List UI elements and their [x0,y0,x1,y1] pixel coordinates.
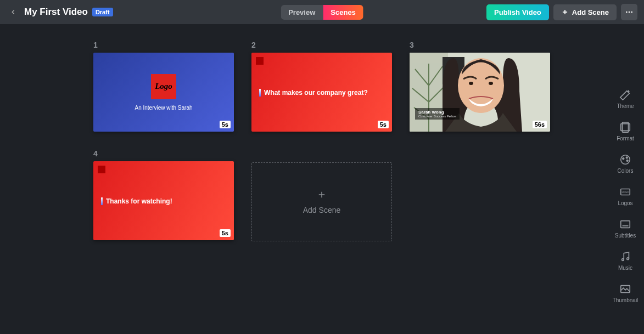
duration-badge: 5s [378,121,389,128]
sidebar-item-subtitles[interactable]: Subtitles [615,218,636,239]
back-button[interactable] [7,5,20,19]
sidebar-label: Logos [618,200,632,206]
svg-point-23 [626,157,628,158]
logo-box: Logo [151,74,176,99]
scene-number: 3 [410,41,550,49]
logo-mark [256,57,264,65]
svg-rect-27 [621,221,630,228]
sidebar-label: Subtitles [615,233,636,239]
person-thumbnail [410,53,550,132]
scenes-canvas: 1 Logo An Interview with Sarah 5s 2 What… [0,24,607,334]
duration-badge: 56s [533,121,547,128]
scene-card-3[interactable]: Sarah Wong Customer Success Fellow 56s [410,53,550,132]
tab-scenes[interactable]: Scenes [323,5,363,20]
format-icon [619,121,631,133]
svg-point-3 [629,12,630,13]
wand-icon [619,89,631,101]
accent-bar [101,197,103,205]
svg-point-22 [623,158,624,160]
scene-card-1[interactable]: Logo An Interview with Sarah 5s [93,53,234,132]
svg-point-4 [631,12,632,13]
tab-preview[interactable]: Preview [281,5,323,20]
scene-card-2[interactable]: What makes our company great? 5s [251,53,392,132]
add-scene-label: Add Scene [572,8,609,16]
logo-mark [98,166,105,173]
view-tabs: Preview Scenes [281,5,363,20]
person-name: Sarah Wong [418,110,456,115]
plus-icon [561,8,569,16]
top-bar: My First Video Draft Preview Scenes Publ… [0,0,644,24]
scene-cell: 3 [410,41,550,132]
dots-icon [625,8,634,16]
svg-point-21 [621,155,630,165]
sidebar-item-music[interactable]: Music [618,251,632,271]
sidebar-item-colors[interactable]: Colors [618,154,634,174]
svg-point-2 [626,12,628,13]
scene-text-wrap: What makes our company great? [259,87,368,97]
add-scene-button[interactable]: Add Scene [553,4,617,20]
publish-button[interactable]: Publish Video [486,4,549,20]
scene-subtitle: An Interview with Sarah [135,105,192,111]
svg-point-15 [469,82,473,85]
sidebar-label: Thumbnail [613,297,639,303]
duration-badge: 5s [220,229,231,237]
sidebar-item-format[interactable]: Format [617,121,634,141]
scene-cell: 1 Logo An Interview with Sarah 5s [93,41,234,132]
scene-number: 4 [93,149,234,158]
sidebar-label: Theme [617,103,634,109]
scene-text-wrap: Thanks for watching! [101,196,172,206]
header-actions: Publish Video Add Scene [486,4,637,20]
scene-text: What makes our company great? [264,89,368,97]
scene-cell: 2 What makes our company great? 5s [251,41,392,132]
right-sidebar: Theme Format Colors LOGO Logos Subtitles… [607,24,644,334]
plus-icon [317,190,327,202]
scene-cell: 4 Thanks for watching! 5s [93,149,234,241]
svg-point-29 [622,259,624,261]
scene-card-4[interactable]: Thanks for watching! 5s [93,161,234,240]
palette-icon [619,154,631,166]
sidebar-item-theme[interactable]: Theme [617,89,634,109]
sidebar-item-thumbnail[interactable]: Thumbnail [613,283,639,303]
svg-text:LOGO: LOGO [621,191,629,194]
logo-icon: LOGO [619,186,631,198]
sidebar-item-logos[interactable]: LOGO Logos [618,186,632,206]
person-role: Customer Success Fellow [418,115,456,118]
sidebar-label: Colors [618,168,634,174]
add-scene-card-label: Add Scene [303,206,341,214]
draft-badge: Draft [92,8,113,16]
svg-point-30 [627,258,629,260]
scene-number: 2 [251,41,392,49]
sidebar-label: Music [618,265,632,271]
accent-bar [259,89,261,97]
image-icon [619,283,631,295]
svg-point-24 [626,160,628,161]
chevron-left-icon [9,8,17,16]
lower-third: Sarah Wong Customer Success Fellow [415,108,460,120]
scene-number: 1 [93,41,234,49]
music-icon [619,251,631,263]
sidebar-label: Format [617,135,634,141]
add-scene-card[interactable]: Add Scene [251,162,392,241]
subtitles-icon [619,218,631,230]
duration-badge: 5s [220,121,231,128]
more-button[interactable] [621,4,637,20]
page-title: My First Video [24,7,88,18]
scene-text: Thanks for watching! [106,197,172,205]
svg-point-16 [489,82,493,85]
